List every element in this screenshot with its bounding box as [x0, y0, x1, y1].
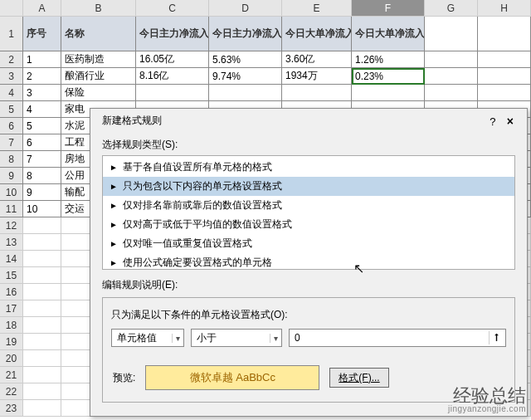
cell[interactable]: 1: [23, 51, 61, 68]
cell[interactable]: [136, 85, 209, 101]
rule-type-item[interactable]: ►使用公式确定要设置格式的单元格: [103, 253, 514, 272]
header-b[interactable]: 名称: [61, 17, 136, 51]
cell[interactable]: [425, 51, 478, 68]
condition-value-input[interactable]: 0 🠕: [289, 329, 506, 347]
row-header[interactable]: 3: [0, 68, 23, 85]
row-header[interactable]: 20: [0, 350, 23, 367]
cell[interactable]: 7: [23, 151, 61, 168]
col-header-b[interactable]: B: [61, 0, 136, 17]
cell[interactable]: [23, 284, 61, 300]
row-header[interactable]: 14: [0, 251, 23, 267]
cell[interactable]: [478, 68, 531, 85]
rule-type-item[interactable]: ►仅对唯一值或重复值设置格式: [103, 234, 514, 253]
col-header-e[interactable]: E: [282, 0, 352, 17]
row-header[interactable]: 21: [0, 367, 23, 383]
cell[interactable]: 10: [23, 201, 61, 217]
cell[interactable]: [23, 383, 61, 400]
cell[interactable]: [23, 350, 61, 367]
cell[interactable]: 16.05亿: [136, 51, 209, 68]
cell[interactable]: 3.60亿: [282, 51, 352, 68]
row-header[interactable]: 6: [0, 118, 23, 134]
cell-g1[interactable]: [425, 17, 478, 51]
row-header[interactable]: 17: [0, 300, 23, 317]
row-header[interactable]: 11: [0, 201, 23, 217]
cell[interactable]: [23, 217, 61, 234]
cell[interactable]: [23, 234, 61, 251]
cell[interactable]: [425, 68, 478, 85]
condition-operator-dropdown[interactable]: 小于 ▾: [191, 329, 282, 347]
cell[interactable]: [23, 300, 61, 317]
cell[interactable]: 5: [23, 118, 61, 134]
close-button[interactable]: ×: [502, 115, 519, 128]
cell[interactable]: 酿酒行业: [61, 68, 136, 85]
row-header[interactable]: 22: [0, 383, 23, 400]
rule-type-item[interactable]: ►仅对高于或低于平均值的数值设置格式: [103, 215, 514, 234]
rule-type-item[interactable]: ►只为包含以下内容的单元格设置格式: [103, 177, 514, 196]
row-header[interactable]: 12: [0, 217, 23, 234]
cell[interactable]: [23, 251, 61, 267]
row-header[interactable]: 5: [0, 101, 23, 118]
col-header-g[interactable]: G: [425, 0, 478, 17]
cell[interactable]: 2: [23, 68, 61, 85]
col-header-f[interactable]: F: [352, 0, 425, 17]
row-header[interactable]: 2: [0, 51, 23, 68]
cell[interactable]: [23, 317, 61, 334]
row-header[interactable]: 4: [0, 85, 23, 101]
cell[interactable]: [425, 85, 478, 101]
header-f[interactable]: 今日大单净流入 净占比: [352, 17, 425, 51]
cell[interactable]: 9: [23, 184, 61, 201]
cell[interactable]: [23, 267, 61, 284]
select-all-corner[interactable]: [0, 0, 23, 17]
col-header-d[interactable]: D: [209, 0, 282, 17]
header-c[interactable]: 今日主力净流入 净额: [136, 17, 209, 51]
cell[interactable]: 5.63%: [209, 51, 282, 68]
cell[interactable]: 8.16亿: [136, 68, 209, 85]
col-header-c[interactable]: C: [136, 0, 209, 17]
row-header[interactable]: 8: [0, 151, 23, 168]
cell[interactable]: [209, 85, 282, 101]
condition-target-value: 单元格值: [117, 331, 157, 345]
cell[interactable]: 0.23%: [352, 68, 425, 85]
header-e[interactable]: 今日大单净流入 净额: [282, 17, 352, 51]
cell[interactable]: [23, 334, 61, 350]
cell-h1[interactable]: [478, 17, 531, 51]
col-header-a[interactable]: A: [23, 0, 61, 17]
cell[interactable]: 保险: [61, 85, 136, 101]
cell[interactable]: 4: [23, 101, 61, 118]
cell[interactable]: 8: [23, 168, 61, 184]
cell[interactable]: 3: [23, 85, 61, 101]
rule-type-list[interactable]: ►基于各自值设置所有单元格的格式►只为包含以下内容的单元格设置格式►仅对排名靠前…: [102, 155, 515, 270]
row-header[interactable]: 23: [0, 400, 23, 417]
cell[interactable]: [23, 367, 61, 383]
rule-type-item[interactable]: ►仅对排名靠前或靠后的数值设置格式: [103, 196, 514, 215]
cell[interactable]: [478, 85, 531, 101]
header-d[interactable]: 今日主力净流入 净占比: [209, 17, 282, 51]
cell[interactable]: 6: [23, 134, 61, 151]
cell[interactable]: [282, 85, 352, 101]
cell[interactable]: 1934万: [282, 68, 352, 85]
row-header[interactable]: 18: [0, 317, 23, 334]
cell[interactable]: [478, 51, 531, 68]
dialog-titlebar[interactable]: 新建格式规则 ? ×: [90, 109, 527, 133]
rule-type-item[interactable]: ►基于各自值设置所有单元格的格式: [103, 158, 514, 177]
format-button[interactable]: 格式(F)...: [329, 368, 388, 388]
header-a[interactable]: 序号: [23, 17, 61, 51]
row-header[interactable]: 13: [0, 234, 23, 251]
cell[interactable]: 9.74%: [209, 68, 282, 85]
col-header-h[interactable]: H: [478, 0, 531, 17]
chevron-down-icon: ▾: [270, 334, 278, 343]
row-header[interactable]: 16: [0, 284, 23, 300]
row-header[interactable]: 19: [0, 334, 23, 350]
condition-target-dropdown[interactable]: 单元格值 ▾: [111, 329, 184, 347]
range-picker-icon[interactable]: 🠕: [489, 331, 504, 344]
row-header[interactable]: 9: [0, 168, 23, 184]
row-header[interactable]: 15: [0, 267, 23, 284]
row-header-1[interactable]: 1: [0, 17, 23, 51]
cell[interactable]: 医药制造: [61, 51, 136, 68]
row-header[interactable]: 7: [0, 134, 23, 151]
cell[interactable]: [23, 400, 61, 417]
cell[interactable]: [352, 85, 425, 101]
cell[interactable]: 1.26%: [352, 51, 425, 68]
row-header[interactable]: 10: [0, 184, 23, 201]
help-button[interactable]: ?: [486, 115, 499, 128]
